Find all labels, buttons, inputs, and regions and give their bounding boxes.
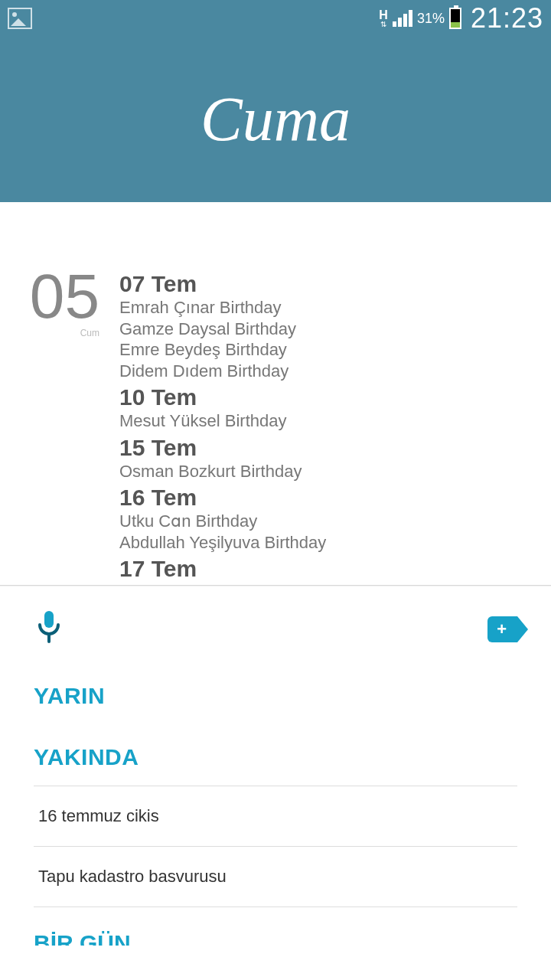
date-group[interactable]: 16 Tem Utku Cɑn Birthday Abdullah Yeşily… [119,485,528,553]
event-item: Didem Dıdem Birthday [119,361,528,382]
section-soon[interactable]: YAKINDA [34,744,517,770]
task-item[interactable]: Tapu kadastro basvurusu [34,847,517,907]
task-item[interactable]: 16 temmuz cikis [34,786,517,847]
event-item: Osman Bozkurt Birthday [119,461,528,482]
event-item: Emrah Çınar Birthday [119,297,528,318]
event-item: Emre Beydeş Birthday [119,339,528,361]
day-name: Cuma [201,83,350,155]
today-day-number: 05 [23,271,99,322]
date-label: 10 Tem [119,384,528,410]
microphone-icon[interactable] [34,609,64,649]
calendar-panel[interactable]: 05 Cum 07 Tem Emrah Çınar Birthday Gamze… [0,202,551,585]
date-group[interactable]: 15 Tem Osman Bozkurt Birthday [119,435,528,482]
header: Cuma [0,37,551,202]
section-tomorrow[interactable]: YARIN [34,683,517,709]
event-item: Utku Cɑn Birthday [119,511,528,532]
date-group[interactable]: 10 Tem Mesut Yüksel Birthday [119,384,528,432]
date-label: 07 Tem [119,271,528,297]
date-label: 15 Tem [119,435,528,461]
status-clock: 21:23 [471,2,543,34]
status-bar: H ⇅ 31% 21:23 [0,0,551,37]
gallery-icon [8,8,32,29]
today-date: 05 Cum [23,271,99,585]
svg-rect-0 [44,611,54,628]
signal-icon [393,10,412,27]
section-someday[interactable]: BİR GÜN [34,930,517,946]
upcoming-events[interactable]: 07 Tem Emrah Çınar Birthday Gamze Daysal… [119,271,528,585]
add-button[interactable]: + [487,616,517,642]
date-label: 17 Tem [119,556,528,582]
battery-percent: 31% [417,11,445,27]
network-type-icon: H ⇅ [379,9,388,28]
event-item: Gamze Daysal Birthday [119,318,528,340]
event-item: Abdullah Yeşilyuva Birthday [119,532,528,554]
tasks-panel[interactable]: + YARIN YAKINDA 16 temmuz cikis Tapu kad… [0,586,551,946]
event-item: Vahide Soğukkuyu Birthday [119,582,528,585]
date-group[interactable]: 17 Tem Vahide Soğukkuyu Birthday Mahmut … [119,556,528,585]
event-item: Mesut Yüksel Birthday [119,410,528,432]
date-group[interactable]: 07 Tem Emrah Çınar Birthday Gamze Daysal… [119,271,528,381]
date-label: 16 Tem [119,485,528,511]
plus-icon: + [497,619,507,639]
battery-icon [449,8,461,29]
